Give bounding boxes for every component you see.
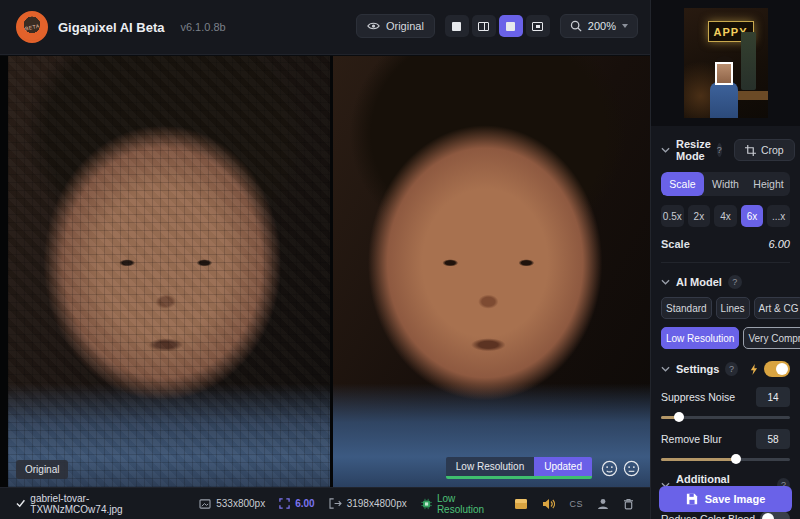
original-label-chip: Original xyxy=(16,460,68,479)
resize-tabs: Scale Width Height xyxy=(661,172,790,196)
tab-scale[interactable]: Scale xyxy=(661,172,704,196)
zoom-control[interactable]: 200% xyxy=(560,14,638,38)
ai-model-title: AI Model xyxy=(676,276,722,288)
suppress-noise-label: Suppress Noise xyxy=(661,391,735,403)
magnifier-icon xyxy=(570,20,582,32)
image-viewer: Original Low Resolution Updated xyxy=(0,56,650,487)
input-size-value: 533x800px xyxy=(216,498,265,509)
active-model-label: Low Resolution xyxy=(437,493,501,515)
processed-image-panel[interactable]: Low Resolution Updated xyxy=(333,56,650,487)
preset-4x[interactable]: 4x xyxy=(714,205,737,227)
preset-custom[interactable]: ...x xyxy=(767,205,790,227)
logo-beta-text: BETA xyxy=(24,23,40,32)
auto-settings-toggle[interactable] xyxy=(764,361,790,377)
chevron-down-icon[interactable] xyxy=(661,279,670,285)
remove-blur-label: Remove Blur xyxy=(661,433,722,445)
top-bar: BETA Gigapixel AI Beta v6.1.0.8b Origina… xyxy=(0,0,650,55)
chevron-down-icon[interactable] xyxy=(661,147,670,153)
view-mode-group xyxy=(445,15,550,37)
check-icon xyxy=(16,499,25,508)
processed-image xyxy=(333,56,650,487)
save-image-button[interactable]: Save Image xyxy=(659,486,792,512)
thumbnail-door xyxy=(741,32,756,90)
slider-handle[interactable] xyxy=(731,454,741,464)
output-size-value: 3198x4800px xyxy=(347,498,407,509)
view-split-button[interactable] xyxy=(472,15,496,37)
save-image-label: Save Image xyxy=(705,493,766,505)
comparison-view-icon xyxy=(532,22,543,31)
remove-blur-slider[interactable] xyxy=(661,458,790,461)
save-icon xyxy=(686,493,698,505)
model-art-cg-button[interactable]: Art & CG xyxy=(754,297,800,319)
chevron-down-icon[interactable] xyxy=(661,366,670,372)
scale-indicator[interactable]: 6.00 xyxy=(279,498,314,509)
suppress-noise-slider[interactable] xyxy=(661,416,790,419)
model-very-compressed-button[interactable]: Very Compressed xyxy=(743,327,800,349)
remove-blur-value[interactable]: 58 xyxy=(756,429,790,449)
account-button[interactable] xyxy=(597,498,609,510)
neutral-face-icon[interactable] xyxy=(623,460,640,477)
view-side-by-side-button[interactable] xyxy=(499,15,523,37)
navigator-panel: APPY xyxy=(651,0,800,126)
input-size: 533x800px xyxy=(199,498,265,509)
show-original-label: Original xyxy=(386,20,424,32)
gigapixel-window: BETA Gigapixel AI Beta v6.1.0.8b Origina… xyxy=(0,0,800,519)
scale-presets: 0.5x 2x 4x 6x ...x xyxy=(661,205,790,227)
person-icon xyxy=(597,498,609,510)
settings-help-icon[interactable]: ? xyxy=(725,362,737,376)
remove-blur-control: Remove Blur 58 xyxy=(661,429,790,461)
ai-model-help-icon[interactable]: ? xyxy=(728,275,742,289)
bottom-bar: gabriel-tovar-TXWNzMCOw74.jpg 533x800px … xyxy=(0,487,650,519)
delete-button[interactable] xyxy=(623,498,634,510)
tab-height[interactable]: Height xyxy=(747,172,790,196)
preset-6x[interactable]: 6x xyxy=(741,205,764,227)
crop-button[interactable]: Crop xyxy=(734,139,795,161)
image-size-icon xyxy=(199,499,211,509)
file-entry[interactable]: gabriel-tovar-TXWNzMCOw74.jpg xyxy=(16,493,171,515)
slider-handle[interactable] xyxy=(674,412,684,422)
ai-model-section: AI Model ? Standard Lines Art & CG Low R… xyxy=(651,275,800,349)
scale-value[interactable]: 6.00 xyxy=(769,238,790,250)
gigapixel-logo-icon: BETA xyxy=(16,11,48,43)
filename: gabriel-tovar-TXWNzMCOw74.jpg xyxy=(30,493,171,515)
brand: BETA Gigapixel AI Beta v6.1.0.8b xyxy=(16,11,226,43)
user-initials: CS xyxy=(569,499,583,509)
preset-2x[interactable]: 2x xyxy=(688,205,711,227)
trash-icon xyxy=(623,498,634,510)
tab-width[interactable]: Width xyxy=(704,172,747,196)
export-icon xyxy=(329,498,342,509)
face-selection-box[interactable] xyxy=(715,62,733,85)
show-original-button[interactable]: Original xyxy=(356,14,435,38)
card-icon xyxy=(514,498,528,510)
active-model-indicator: Low Resolution xyxy=(421,493,501,515)
expand-icon xyxy=(279,498,290,509)
resize-mode-title: Resize Mode xyxy=(676,138,711,162)
suppress-noise-value[interactable]: 14 xyxy=(756,387,790,407)
model-standard-button[interactable]: Standard xyxy=(661,297,712,319)
resize-help-icon[interactable]: ? xyxy=(717,143,722,157)
scale-indicator-value: 6.00 xyxy=(295,498,314,509)
scale-label: Scale xyxy=(661,238,690,250)
suppress-noise-control: Suppress Noise 14 xyxy=(661,387,790,419)
happy-face-icon[interactable] xyxy=(601,460,618,477)
view-comparison-button[interactable] xyxy=(526,15,550,37)
result-model-label: Low Resolution xyxy=(446,457,534,476)
model-low-resolution-button[interactable]: Low Resolution xyxy=(661,327,739,349)
preset-0.5x[interactable]: 0.5x xyxy=(661,205,684,227)
result-status-label: Updated xyxy=(534,457,592,476)
navigator-thumbnail[interactable]: APPY xyxy=(684,8,768,118)
divider xyxy=(661,262,790,263)
thumbnail-boy xyxy=(710,82,738,118)
ai-chip-icon xyxy=(421,498,432,510)
crop-label: Crop xyxy=(761,144,784,156)
view-controls: Original 200% xyxy=(356,14,638,38)
speaker-icon xyxy=(542,498,555,510)
sound-button[interactable] xyxy=(542,498,555,510)
original-image-panel[interactable]: Original xyxy=(8,56,330,487)
reduce-color-bleed-toggle[interactable] xyxy=(760,511,790,519)
view-single-button[interactable] xyxy=(445,15,469,37)
feedback-buttons xyxy=(601,460,640,477)
model-lines-button[interactable]: Lines xyxy=(716,297,750,319)
preview-quality-button[interactable] xyxy=(514,498,528,510)
resize-mode-section: Resize Mode ? Crop Scale Width Height 0.… xyxy=(651,138,800,263)
